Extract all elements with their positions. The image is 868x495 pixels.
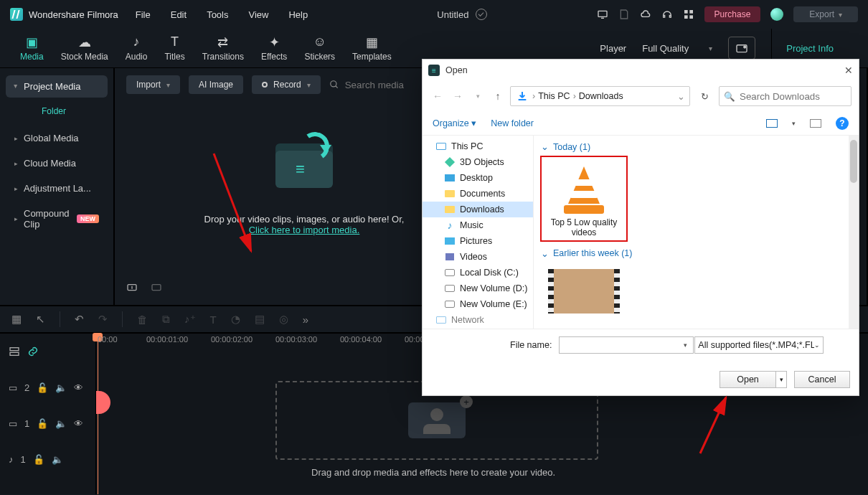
file-type-select[interactable]: All supported files(*.MP4;*.FLV; ⌄ — [694, 336, 824, 354]
new-bin-icon[interactable] — [151, 281, 162, 293]
timeline-options[interactable] — [0, 334, 95, 369]
menu-file[interactable]: File — [136, 9, 151, 20]
purchase-button[interactable]: Purchase — [704, 6, 761, 22]
media-search[interactable] — [329, 80, 417, 90]
view-mode-button[interactable] — [766, 119, 778, 128]
lock-icon[interactable]: 🔓 — [37, 418, 48, 429]
tree-volume-d[interactable]: New Volume (D:) — [423, 280, 533, 296]
group-earlier[interactable]: ⌄Earlier this week (1) — [541, 248, 852, 259]
vertical-scrollbar[interactable] — [849, 136, 859, 329]
mute-icon[interactable]: 🔈 — [52, 454, 63, 465]
dialog-search-input[interactable] — [740, 91, 846, 102]
tab-stickers[interactable]: ☺ Stickers — [304, 35, 335, 62]
dialog-search[interactable]: 🔍 — [719, 86, 852, 106]
chevron-down-icon[interactable]: ▾ — [792, 120, 796, 127]
breadcrumb-this-pc[interactable]: This PC — [538, 91, 570, 101]
tree-this-pc[interactable]: This PC — [423, 138, 533, 154]
lock-icon[interactable]: 🔓 — [37, 382, 48, 393]
more-tools-icon[interactable]: » — [303, 314, 308, 326]
organize-menu[interactable]: Organize ▾ — [433, 118, 476, 128]
group-today[interactable]: ⌄Today (1) — [541, 141, 852, 152]
new-folder-button[interactable]: New folder — [491, 118, 534, 128]
track-video-1[interactable]: ▭1 🔓 🔈 👁 — [0, 405, 95, 441]
nav-forward-button[interactable]: → — [450, 90, 466, 102]
visibility-icon[interactable]: 👁 — [74, 382, 83, 393]
file-name-input[interactable] — [559, 336, 694, 354]
cancel-button[interactable]: Cancel — [794, 371, 850, 388]
lock-icon[interactable]: 🔓 — [33, 454, 44, 465]
menu-tools[interactable]: Tools — [207, 9, 228, 20]
tab-media[interactable]: ▣ Media — [20, 35, 44, 62]
tree-local-disk-c[interactable]: Local Disk (C:) — [423, 265, 533, 280]
sidebar-item-cloud-media[interactable]: ▸ Cloud Media — [6, 151, 108, 175]
tree-network[interactable]: Network — [423, 312, 533, 328]
headphones-icon[interactable] — [661, 9, 673, 20]
sidebar-item-adjustment-layer[interactable]: ▸ Adjustment La... — [6, 176, 108, 200]
record-button[interactable]: Record ▾ — [252, 75, 321, 94]
tree-volume-e[interactable]: New Volume (E:) — [423, 296, 533, 312]
sidebar-header-project-media[interactable]: ▸ Project Media — [6, 75, 108, 98]
tl-grid-icon[interactable]: ▦ — [11, 313, 22, 326]
tab-transitions[interactable]: ⇄ Transitions — [202, 35, 244, 62]
audio-edit-icon[interactable]: ♪⁺ — [184, 313, 196, 326]
help-button[interactable]: ? — [836, 117, 849, 130]
cloud-icon[interactable] — [640, 9, 651, 20]
menu-edit[interactable]: Edit — [171, 9, 187, 20]
save-icon[interactable] — [618, 9, 630, 20]
text-icon[interactable]: T — [210, 314, 217, 326]
chevron-down-icon[interactable]: ⌄ — [677, 91, 685, 102]
mask-icon[interactable]: ◎ — [279, 313, 288, 326]
tree-videos[interactable]: Videos — [423, 249, 533, 265]
tree-3d-objects[interactable]: 3D Objects — [423, 154, 533, 170]
track-video-2[interactable]: ▭2 🔓 🔈 👁 — [0, 369, 95, 405]
mute-icon[interactable]: 🔈 — [55, 382, 67, 393]
import-button[interactable]: Import ▾ — [126, 75, 180, 94]
delete-icon[interactable]: 🗑 — [137, 314, 148, 326]
tree-documents[interactable]: Documents — [423, 186, 533, 202]
playhead[interactable] — [98, 334, 98, 494]
new-folder-icon[interactable] — [126, 281, 138, 293]
tab-audio[interactable]: ♪ Audio — [126, 35, 148, 62]
undo-icon[interactable]: ↶ — [75, 313, 84, 326]
nav-back-button[interactable]: ← — [430, 90, 445, 102]
sidebar-folder[interactable]: Folder — [6, 99, 108, 125]
refresh-button[interactable]: ↻ — [694, 91, 714, 102]
close-dialog-button[interactable]: ✕ — [844, 65, 853, 76]
media-search-input[interactable] — [345, 80, 417, 90]
tree-desktop[interactable]: Desktop — [423, 170, 533, 186]
sidebar-item-compound-clip[interactable]: ▸ Compound Clip NEW — [6, 202, 108, 236]
import-media-link[interactable]: Click here to import media. — [249, 225, 360, 235]
chevron-down-icon[interactable]: ▾ — [684, 341, 687, 349]
speed-icon[interactable]: ◔ — [231, 313, 240, 326]
menu-help[interactable]: Help — [288, 9, 308, 20]
tree-music[interactable]: ♪Music — [423, 217, 533, 233]
export-button[interactable]: Export ▾ — [793, 6, 858, 22]
tree-downloads[interactable]: Downloads — [423, 202, 533, 217]
ai-image-button[interactable]: AI Image — [189, 75, 243, 94]
chevron-down-icon[interactable]: ▾ — [470, 93, 486, 100]
file-top5-low-quality[interactable]: Top 5 Low quality videos — [541, 156, 627, 241]
mute-icon[interactable]: 🔈 — [55, 418, 67, 429]
tab-titles[interactable]: T Titles — [164, 35, 184, 62]
quality-select[interactable]: Full Quality ▾ — [642, 43, 712, 54]
device-icon[interactable] — [597, 9, 608, 20]
file-earlier-video[interactable] — [541, 263, 627, 319]
sidebar-item-global-media[interactable]: ▸ Global Media — [6, 126, 108, 150]
color-icon[interactable]: ▤ — [255, 313, 265, 326]
crop-icon[interactable]: ⧉ — [162, 313, 170, 326]
visibility-icon[interactable]: 👁 — [74, 418, 83, 429]
snapshot-button[interactable] — [728, 37, 755, 60]
menu-view[interactable]: View — [248, 9, 268, 20]
address-bar[interactable]: › This PC › Downloads ⌄ — [510, 86, 690, 106]
nav-up-button[interactable]: ↑ — [490, 90, 506, 102]
open-dropdown-button[interactable]: ▾ — [775, 371, 787, 388]
tab-stock-media[interactable]: ☁ Stock Media — [61, 35, 108, 62]
tab-templates[interactable]: ▦ Templates — [352, 35, 392, 62]
open-button[interactable]: Open — [720, 371, 775, 388]
track-audio-1[interactable]: ♪1 🔓 🔈 — [0, 441, 95, 477]
tl-pointer-icon[interactable]: ↖ — [36, 313, 45, 326]
redo-icon[interactable]: ↷ — [98, 313, 108, 326]
apps-grid-icon[interactable] — [683, 9, 694, 20]
preview-pane-button[interactable] — [810, 119, 821, 128]
tab-effects[interactable]: ✦ Effects — [261, 35, 287, 62]
